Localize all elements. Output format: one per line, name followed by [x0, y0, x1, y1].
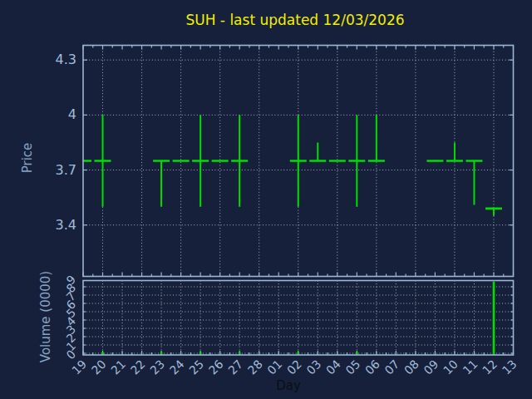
price-tick-label: 4.3 — [56, 52, 76, 67]
volume-bar — [493, 282, 495, 355]
x-axis-label: Day — [276, 378, 301, 393]
chart-title: SUH - last updated 12/03/2026 — [185, 12, 404, 28]
price-tick-label: 4 — [68, 106, 76, 122]
stock-price-volume-chart: SUH - last updated 12/03/2026 Price Volu… — [0, 0, 532, 399]
volume-axis-label: Volume (0000) — [38, 271, 53, 362]
price-axis-label: Price — [20, 143, 35, 174]
price-tick-label: 3.7 — [56, 162, 76, 178]
chart-window: SUH - last updated 12/03/2026 Price Volu… — [0, 0, 532, 399]
price-tick-label: 3.4 — [56, 217, 76, 233]
